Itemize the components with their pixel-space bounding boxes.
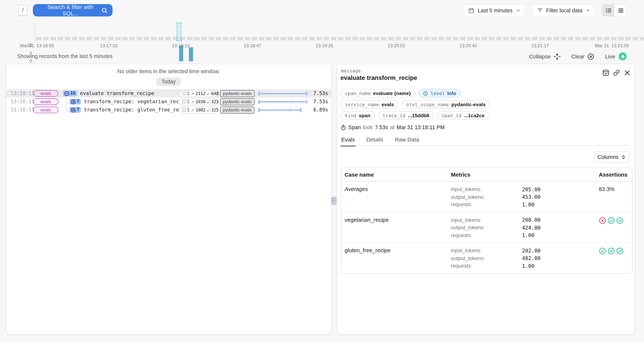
otel-scope-tag[interactable]: pydantic-evals <box>220 98 255 105</box>
tabs-divider <box>340 145 632 146</box>
tree-connector <box>66 97 70 111</box>
chevron-up-down-icon <box>621 154 626 159</box>
attribute-pill-span_name[interactable]: span_nameevaluate {name} <box>340 89 415 97</box>
service-tag[interactable]: evals <box>33 98 58 105</box>
metric-line: output_tokens:482.00 <box>451 254 599 262</box>
span-name-text: transform_recipe: gluten_free_recipe <box>84 107 179 113</box>
dock-panel-icon <box>602 69 609 76</box>
histogram-selection[interactable] <box>177 23 182 41</box>
copy-link-button[interactable] <box>613 69 620 76</box>
eval-case-row[interactable]: gluten_free_recipe input_tokens:202.00ou… <box>342 243 632 273</box>
filter-local-data-button[interactable]: Filter local data <box>532 4 596 17</box>
close-icon <box>624 69 630 76</box>
records-histogram[interactable]: 1050 Mar 31. 13:16:5513:17:3213:18:1013:… <box>0 21 644 49</box>
chevron-down-icon <box>586 8 590 13</box>
x-tick-mark <box>181 41 181 43</box>
case-assertions: 83.3% <box>599 186 629 208</box>
tree-view-toggle[interactable] <box>602 5 614 16</box>
tab-details[interactable]: Details <box>366 137 384 146</box>
metric-line: requests:1.00 <box>451 232 599 239</box>
attribute-pill-service_name[interactable]: service_nameevals <box>340 100 398 109</box>
assertion-pass-icon <box>599 247 606 255</box>
histogram-y-axis-line <box>35 23 35 41</box>
expand-badge[interactable]: 7 <box>69 99 81 105</box>
case-name: gluten_free_recipe <box>344 247 451 270</box>
expand-children-icon <box>71 107 76 112</box>
collapse-children-icon <box>64 91 69 96</box>
service-tag[interactable]: evals <box>33 90 58 97</box>
grip-dots-icon <box>332 198 336 203</box>
expand-badge[interactable]: 16 <box>63 90 77 96</box>
collapse-button[interactable]: Collapse <box>529 53 561 60</box>
token-usage-chip[interactable]: Σ↗1082↙325 <box>179 106 218 113</box>
span-name-text: transform_recipe: vegetarian_recipe <box>84 99 179 105</box>
token-usage-chip[interactable]: Σ↗1030↙323 <box>179 98 218 105</box>
clear-button[interactable]: Clear <box>571 53 594 60</box>
tab-evals[interactable]: Evals <box>340 137 356 146</box>
duration-line-prefix: Span <box>348 124 361 130</box>
filter-label: Filter local data <box>546 7 582 14</box>
eval-case-row[interactable]: Averages input_tokens:205.00output_token… <box>342 182 632 212</box>
close-panel-button[interactable] <box>624 69 630 76</box>
open-in-drawer-button[interactable] <box>602 69 609 76</box>
day-separator-pill[interactable]: Today <box>156 77 181 86</box>
panel-resize-handle[interactable] <box>331 196 337 205</box>
collapse-label: Collapse <box>529 53 551 59</box>
metric-line: input_tokens:208.00 <box>451 216 599 224</box>
columns-button[interactable]: Columns <box>594 151 630 163</box>
list-view-toggle[interactable] <box>614 5 627 16</box>
attribute-pill-level[interactable]: levelInfo <box>419 89 461 97</box>
otel-scope-tag[interactable]: pydantic-evals <box>220 90 255 97</box>
empty-state-message: No older items in the selected time wind… <box>6 68 331 75</box>
tab-raw-data[interactable]: Raw Data <box>394 137 420 146</box>
token-usage-chip[interactable]: Σ↗2112↙648 <box>179 90 218 97</box>
duration-bar <box>258 107 307 112</box>
metric-line: requests:1.00 <box>451 201 599 209</box>
record-kind-label: message <box>341 68 361 74</box>
duration-line-value: 7.53s <box>375 124 388 130</box>
expand-badge[interactable]: 7 <box>69 107 81 113</box>
live-label: Live <box>605 53 615 59</box>
x-tick-mark <box>109 41 109 43</box>
case-metrics: input_tokens:208.00output_tokens:424.00r… <box>451 216 599 239</box>
trace-row-time: 13:18:11 <box>10 107 29 113</box>
tokens-received-icon: ↙ <box>207 99 210 104</box>
span-duration-line: Span took 7.53s at Mar 31 13:18:11 PM <box>340 124 444 130</box>
token-cost-icon <box>182 108 186 112</box>
x-tick-mark <box>468 41 469 43</box>
topbar-right: Last 5 minutes Filter local data <box>463 4 627 17</box>
x-tick-label: 13:18:47 <box>244 43 261 48</box>
x-tick-label: 13:18:10 <box>172 43 190 48</box>
case-metrics: input_tokens:205.00output_tokens:453.00r… <box>451 186 599 208</box>
attribute-pill-trace_id[interactable]: trace_id...15ddb8 <box>378 111 434 120</box>
service-tag[interactable]: evals <box>33 107 58 113</box>
search-button[interactable]: Search & filter with SQL... <box>33 4 112 17</box>
x-tick-label: Mar 31. 13:16:55 <box>20 43 54 48</box>
tokens-received-icon: ↙ <box>207 91 210 96</box>
metric-line: input_tokens:202.00 <box>451 247 599 254</box>
assertion-pass-icon <box>616 217 624 224</box>
attribute-pill-kind[interactable]: kindspan <box>340 111 375 120</box>
circle-x-icon <box>587 53 594 60</box>
trace-row[interactable]: 13:18:11 evals 7 transform_recipe: glute… <box>6 106 331 114</box>
histogram-empty-buckets <box>36 37 644 40</box>
info-icon <box>423 91 428 96</box>
case-assertions <box>599 247 629 270</box>
live-toggle-button[interactable]: Live <box>605 52 627 61</box>
assertion-pass-icon <box>608 247 615 255</box>
duration-label: 6.89s <box>309 107 328 113</box>
time-range-button[interactable]: Last 5 minutes <box>463 4 526 17</box>
trace-row-main: 16 evaluate transform_recipe <box>63 90 179 96</box>
span-attributes: span_nameevaluate {name}levelInfoservice… <box>340 89 490 120</box>
attribute-pill-span_id[interactable]: span_id...1ca2ce <box>437 111 489 120</box>
eval-case-row[interactable]: vegetarian_recipe input_tokens:208.00out… <box>342 212 632 243</box>
x-tick-mark <box>396 41 397 43</box>
x-tick-label: Mar 31. 13:21:55 <box>595 43 629 48</box>
x-tick-mark <box>253 41 253 43</box>
app-window: / Search & filter with SQL... Last 5 min… <box>0 0 644 342</box>
attribute-pill-otel_scope_name[interactable]: otel_scope_namepydantic-evals <box>402 100 490 109</box>
slash-shortcut-key[interactable]: / <box>18 5 28 16</box>
trace-row[interactable]: 13:18:11 evals 16 evaluate transform_rec… <box>6 89 331 97</box>
trace-row[interactable]: 13:18:11 evals 7 transform_recipe: veget… <box>6 97 331 106</box>
otel-scope-tag[interactable]: pydantic-evals <box>220 106 255 113</box>
